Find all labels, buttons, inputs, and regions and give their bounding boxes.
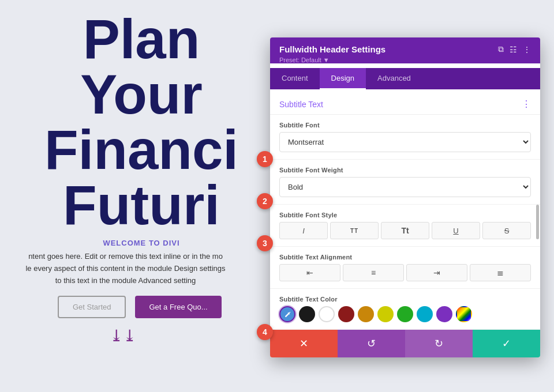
font-style-row: Subtitle Font Style I TT Tt U S (270, 205, 540, 247)
align-justify-button[interactable]: ≣ (470, 264, 531, 281)
reset-button[interactable]: ↺ (338, 330, 405, 357)
hero-buttons: Get Started Get a Free Quo... (0, 296, 222, 318)
save-button[interactable]: ✓ (473, 330, 540, 357)
color-yellow[interactable] (377, 306, 394, 322)
color-label: Subtitle Text Color (279, 296, 531, 303)
font-style-label: Subtitle Font Style (279, 212, 531, 218)
free-quote-button[interactable]: Get a Free Quo... (135, 296, 221, 318)
step-badge-4: 4 (257, 324, 273, 340)
panel-title: Fullwidth Header Settings (279, 44, 385, 54)
section-header: Subtitle Text ⋮ (270, 89, 540, 115)
tab-design[interactable]: Design (320, 68, 366, 89)
font-weight-row: Subtitle Font Weight Bold (270, 160, 540, 205)
style-italic-button[interactable]: I (279, 222, 328, 239)
font-weight-select[interactable]: Bold (279, 177, 531, 197)
style-strikethrough-button[interactable]: S (482, 222, 531, 239)
color-orange[interactable] (358, 306, 374, 322)
font-label: Subtitle Font (279, 122, 531, 129)
color-swatches (279, 306, 531, 322)
color-row: Subtitle Text Color (270, 289, 540, 330)
color-black[interactable] (299, 306, 315, 322)
color-picker[interactable] (456, 306, 472, 322)
alignment-row: Subtitle Text Alignment ⇤ ≡ ⇥ ≣ (270, 247, 540, 289)
panel-body: Subtitle Text ⋮ Subtitle Font Montserrat… (270, 89, 540, 330)
style-smallcaps-button[interactable]: TT (330, 222, 379, 239)
align-left-button[interactable]: ⇤ (279, 264, 340, 281)
settings-panel: Fullwidth Header Settings ⧉ ☷ ⋮ Preset: … (270, 37, 540, 357)
eyedropper-icon (283, 310, 291, 318)
panel-tabs: Content Design Advanced (270, 68, 540, 89)
font-row: Subtitle Font Montserrat (270, 115, 540, 160)
font-weight-label: Subtitle Font Weight (279, 167, 531, 174)
align-right-button[interactable]: ⇥ (406, 264, 467, 281)
panel-more-icon[interactable]: ⋮ (523, 45, 531, 54)
panel-header: Fullwidth Header Settings ⧉ ☷ ⋮ Preset: … (270, 37, 540, 63)
panel-resize-icon[interactable]: ⧉ (498, 44, 504, 54)
alignment-label: Subtitle Text Alignment (279, 254, 531, 261)
color-purple[interactable] (436, 306, 452, 322)
panel-preset[interactable]: Preset: Default ▼ (279, 56, 531, 63)
panel-columns-icon[interactable]: ☷ (510, 45, 517, 54)
font-select[interactable]: Montserrat (279, 132, 531, 152)
style-buttons: I TT Tt U S (279, 222, 531, 239)
color-darkred[interactable] (338, 306, 354, 322)
color-white[interactable] (319, 306, 335, 322)
redo-button[interactable]: ↻ (405, 330, 473, 357)
scrollbar[interactable] (536, 205, 539, 239)
tab-content[interactable]: Content (270, 68, 320, 89)
step-badge-2: 2 (257, 193, 273, 209)
chevron-down-icon: ⤓⤓ (0, 330, 136, 342)
style-underline-button[interactable]: U (432, 222, 480, 239)
section-title: Subtitle Text (279, 100, 323, 109)
panel-footer: ✕ ↺ ↻ ✓ (270, 330, 540, 357)
section-menu-icon[interactable]: ⋮ (522, 99, 531, 110)
get-started-button[interactable]: Get Started (58, 296, 126, 318)
color-eyedropper[interactable] (279, 306, 295, 322)
style-caps-button[interactable]: Tt (381, 222, 429, 239)
cancel-button[interactable]: ✕ (270, 330, 338, 357)
step-badge-1: 1 (257, 151, 273, 167)
hero-subtitle: Welcome to Divi (0, 239, 265, 247)
hero-body-text: ntent goes here. Edit or remove this tex… (0, 251, 248, 287)
align-center-button[interactable]: ≡ (343, 264, 404, 281)
panel-header-icons: ⧉ ☷ ⋮ (498, 44, 531, 54)
align-buttons: ⇤ ≡ ⇥ ≣ (279, 264, 531, 281)
color-teal[interactable] (417, 306, 433, 322)
hero-title: Plan Your Financi Futuri (0, 12, 265, 233)
tab-advanced[interactable]: Advanced (366, 68, 422, 89)
step-badge-3: 3 (257, 235, 273, 251)
color-green[interactable] (397, 306, 413, 322)
